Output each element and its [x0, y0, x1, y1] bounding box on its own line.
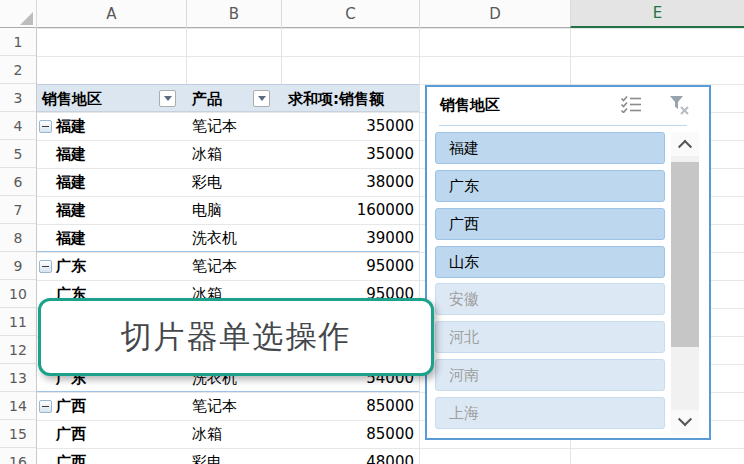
pivot-header-product: 产品: [192, 85, 222, 113]
pivot-cell-product[interactable]: 洗衣机: [192, 224, 237, 252]
pivot-cell-region[interactable]: 福建: [56, 140, 86, 168]
annotation-callout: 切片器单选操作: [38, 298, 434, 376]
select-all-corner[interactable]: [0, 0, 37, 28]
pivot-cell-product[interactable]: 彩电: [192, 168, 222, 196]
pivot-cell-product[interactable]: 电脑: [192, 196, 222, 224]
row-header-3[interactable]: 3: [0, 84, 36, 112]
scroll-down-button[interactable]: [671, 410, 699, 434]
pivot-cell-region[interactable]: 福建: [56, 224, 86, 252]
pivot-cell-value[interactable]: 95000: [366, 252, 414, 280]
pivot-row: 福建笔记本35000: [37, 112, 419, 140]
row-header-10[interactable]: 10: [0, 280, 36, 308]
pivot-row: 广西冰箱85000: [37, 420, 419, 448]
slicer-item-8[interactable]: 上海: [435, 397, 665, 429]
pivot-row: 福建电脑160000: [37, 196, 419, 224]
column-header-d[interactable]: D: [419, 0, 570, 28]
row-header-2[interactable]: 2: [0, 56, 36, 84]
row-header-7[interactable]: 7: [0, 196, 36, 224]
column-header-e[interactable]: E: [570, 0, 744, 28]
pivot-cell-value[interactable]: 39000: [366, 224, 414, 252]
pivot-row: 福建冰箱35000: [37, 140, 419, 168]
pivot-cell-value[interactable]: 85000: [366, 420, 414, 448]
pivot-cell-region[interactable]: 广东: [56, 252, 86, 280]
slicer-item-6[interactable]: 河北: [435, 321, 665, 353]
pivot-row: 广西笔记本85000: [37, 392, 419, 420]
slicer-item-1[interactable]: 福建: [435, 132, 665, 164]
pivot-cell-value[interactable]: 160000: [357, 196, 414, 224]
row-header-5[interactable]: 5: [0, 140, 36, 168]
region-filter-dropdown[interactable]: [159, 90, 176, 107]
pivot-cell-product[interactable]: 笔记本: [192, 112, 237, 140]
slicer-item-7[interactable]: 河南: [435, 359, 665, 391]
pivot-cell-value[interactable]: 38000: [366, 168, 414, 196]
row-header-column: 12345678910111213141516: [0, 28, 37, 464]
clear-filter-icon[interactable]: [667, 94, 691, 116]
row-header-11[interactable]: 11: [0, 308, 36, 336]
slicer-item-4[interactable]: 山东: [435, 246, 665, 278]
row-header-12[interactable]: 12: [0, 336, 36, 364]
gridline: [281, 28, 282, 84]
collapse-minus-icon[interactable]: [39, 260, 52, 273]
column-header-row: ABCDE: [0, 0, 744, 28]
row-header-13[interactable]: 13: [0, 364, 36, 392]
caret-down-icon: [164, 96, 172, 101]
caret-down-icon: [258, 96, 266, 101]
pivot-cell-product[interactable]: 笔记本: [192, 252, 237, 280]
column-header-a[interactable]: A: [37, 0, 186, 28]
pivot-cell-product[interactable]: 冰箱: [192, 420, 222, 448]
pivot-header-value: 求和项:销售额: [288, 85, 384, 113]
pivot-cell-value[interactable]: 48000: [366, 448, 414, 464]
pivot-row: 福建洗衣机39000: [37, 224, 419, 252]
slicer-scrollbar[interactable]: [671, 132, 699, 434]
gridline: [186, 28, 187, 84]
pivot-cell-product[interactable]: 冰箱: [192, 140, 222, 168]
pivot-header-region: 销售地区: [42, 85, 102, 113]
row-header-6[interactable]: 6: [0, 168, 36, 196]
multi-select-icon[interactable]: [619, 94, 643, 116]
slicer-item-2[interactable]: 广东: [435, 170, 665, 202]
pivot-cell-value[interactable]: 85000: [366, 392, 414, 420]
pivot-cell-region[interactable]: 广西: [56, 392, 86, 420]
slicer-header-divider: [439, 125, 687, 126]
pivot-row: 广西彩电48000: [37, 448, 419, 464]
row-header-9[interactable]: 9: [0, 252, 36, 280]
pivot-cell-region[interactable]: 福建: [56, 168, 86, 196]
annotation-text: 切片器单选操作: [121, 316, 352, 358]
row-header-1[interactable]: 1: [0, 28, 36, 56]
pivot-cell-region[interactable]: 福建: [56, 112, 86, 140]
pivot-cell-region[interactable]: 广西: [56, 448, 86, 464]
pivot-cell-product[interactable]: 笔记本: [192, 392, 237, 420]
row-header-16[interactable]: 16: [0, 448, 36, 464]
pivot-cell-region[interactable]: 福建: [56, 196, 86, 224]
slicer-panel: 销售地区 福建广东广西山东安徽河北河南上海: [425, 85, 711, 440]
chevron-up-icon: [678, 140, 692, 154]
chevron-down-icon: [678, 412, 692, 426]
slicer-title: 销售地区: [440, 96, 500, 115]
gridline: [419, 28, 420, 464]
row-header-14[interactable]: 14: [0, 392, 36, 420]
pivot-cell-value[interactable]: 35000: [366, 140, 414, 168]
product-filter-dropdown[interactable]: [253, 90, 270, 107]
row-header-4[interactable]: 4: [0, 112, 36, 140]
slicer-item-5[interactable]: 安徽: [435, 283, 665, 315]
row-header-8[interactable]: 8: [0, 224, 36, 252]
slicer-item-3[interactable]: 广西: [435, 208, 665, 240]
pivot-cell-region[interactable]: 广西: [56, 420, 86, 448]
collapse-minus-icon[interactable]: [39, 400, 52, 413]
column-header-b[interactable]: B: [186, 0, 281, 28]
clear-filter-icon: [668, 94, 690, 116]
pivot-header-row: 销售地区 产品 求和项:销售额: [37, 84, 419, 112]
pivot-row: 广东笔记本95000: [37, 252, 419, 280]
pivot-row: 福建彩电38000: [37, 168, 419, 196]
pivot-cell-product[interactable]: 彩电: [192, 448, 222, 464]
multi-select-icon: [620, 95, 642, 113]
pivot-cell-value[interactable]: 35000: [366, 112, 414, 140]
select-all-triangle-icon: [20, 12, 33, 25]
collapse-minus-icon[interactable]: [39, 120, 52, 133]
row-header-15[interactable]: 15: [0, 420, 36, 448]
scroll-up-button[interactable]: [671, 132, 699, 156]
spreadsheet: 销售地区 产品 求和项:销售额 福建笔记本35000福建冰箱35000福建彩电3…: [0, 0, 744, 464]
scrollbar-thumb[interactable]: [671, 162, 699, 347]
column-header-c[interactable]: C: [281, 0, 419, 28]
